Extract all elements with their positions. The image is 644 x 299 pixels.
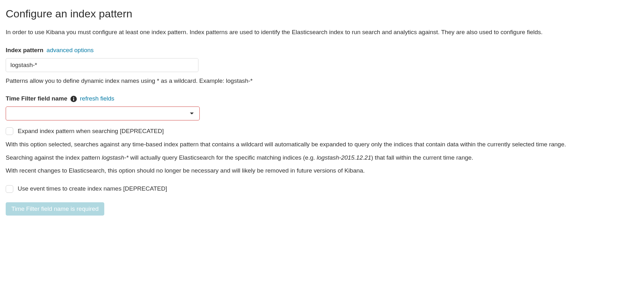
expand-checkbox-row: Expand index pattern when searching [DEP… — [6, 127, 638, 136]
index-pattern-input[interactable] — [6, 58, 198, 72]
expand-desc-2: Searching against the index pattern logs… — [6, 153, 638, 162]
expand-checkbox[interactable] — [6, 127, 13, 135]
index-pattern-label: Index pattern — [6, 46, 43, 55]
index-pattern-group: Index pattern advanced options — [6, 46, 638, 72]
expand-description: With this option selected, searches agai… — [6, 139, 638, 175]
time-filter-label: Time Filter field name — [6, 94, 67, 103]
event-times-checkbox[interactable] — [6, 185, 13, 193]
page-title: Configure an index pattern — [6, 6, 638, 22]
index-pattern-help: Patterns allow you to define dynamic ind… — [6, 76, 638, 86]
refresh-fields-link[interactable]: refresh fields — [80, 94, 114, 103]
advanced-options-link[interactable]: advanced options — [46, 46, 94, 55]
info-icon — [70, 96, 77, 102]
svg-point-1 — [73, 97, 74, 98]
event-times-checkbox-label[interactable]: Use event times to create index names [D… — [18, 184, 167, 193]
expand-desc-3: With recent changes to Elasticsearch, th… — [6, 166, 638, 175]
event-times-checkbox-row: Use event times to create index names [D… — [6, 184, 638, 193]
time-filter-select[interactable] — [6, 107, 200, 120]
expand-desc-1: With this option selected, searches agai… — [6, 139, 638, 149]
time-filter-group: Time Filter field name refresh fields — [6, 94, 638, 120]
svg-rect-2 — [73, 98, 74, 101]
expand-checkbox-label[interactable]: Expand index pattern when searching [DEP… — [18, 127, 164, 136]
submit-button[interactable]: Time Filter field name is required — [6, 202, 104, 216]
page-intro: In order to use Kibana you must configur… — [6, 27, 638, 37]
